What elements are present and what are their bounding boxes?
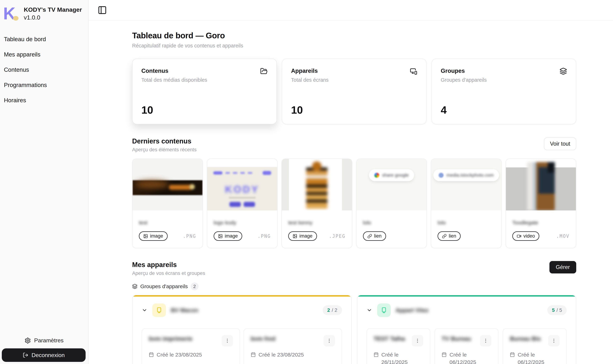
type-badge: lien — [363, 231, 386, 241]
video-icon — [517, 234, 521, 238]
device-menu-button[interactable] — [222, 335, 233, 346]
group-name: Appart Vitez — [396, 307, 429, 313]
monitor-icon — [377, 303, 391, 317]
sidebar-item-mes-appareils[interactable]: Mes appareils — [0, 47, 88, 62]
media-title: lolo — [363, 220, 420, 226]
device-card[interactable]: bvm imprimerie Créé le 23/08/2025 — [142, 328, 240, 364]
media-title: test kenny — [288, 220, 346, 226]
app-root: K KODY's TV Manager v1.0.0 Tableau de bo… — [0, 0, 613, 364]
stat-card-appareils[interactable]: Appareils Total des écrans 10 — [282, 59, 427, 124]
monitor-icon — [152, 303, 166, 317]
device-menu-button[interactable] — [412, 335, 423, 346]
devices-subtitle: Aperçu de vos écrans et groupes — [132, 271, 205, 276]
main-area: Tableau de bord — Goro Récapitulatif rap… — [89, 0, 613, 364]
stat-value: 4 — [441, 104, 567, 116]
device-card[interactable]: Bureau Bis Créé le 06/12/2025 — [503, 328, 567, 364]
media-card[interactable]: KODY logo kody image — [207, 158, 278, 248]
stats-row: Contenus Total des médias disponibles 10… — [132, 59, 576, 124]
calendar-icon — [149, 352, 154, 357]
folder-open-icon — [260, 67, 268, 75]
layers-icon — [132, 284, 137, 289]
devices-section: Mes appareils Aperçu de vos écrans et gr… — [132, 261, 576, 364]
stat-card-groupes[interactable]: Groupes Groupes d'appareils 4 — [431, 59, 576, 124]
device-created: Créé le 26/11/2025 — [381, 351, 423, 364]
media-title: Toodlegate — [512, 220, 570, 226]
calendar-icon — [251, 352, 256, 357]
image-icon — [218, 234, 223, 238]
groups-label: Groupes d'appareils — [140, 283, 188, 289]
device-created: Créé le 06/12/2025 — [518, 351, 560, 364]
sidebar-toggle-button[interactable] — [97, 4, 108, 16]
logout-icon — [23, 352, 28, 358]
media-thumbnail: share google — [357, 159, 427, 210]
device-created: Créé le 23/08/2025 — [157, 351, 202, 359]
file-extension: .PNG — [183, 234, 196, 239]
media-thumbnail — [282, 159, 352, 210]
device-card[interactable]: TEST Talha Créé le 26/11/2025 — [366, 328, 430, 364]
logout-button[interactable]: Deconnexion — [2, 348, 86, 362]
media-thumbnail — [506, 159, 576, 210]
device-created: Créé le 06/12/2025 — [449, 351, 491, 364]
app-title: KODY's TV Manager — [24, 6, 82, 13]
sidebar-item-tableau-de-bord[interactable]: Tableau de bord — [0, 32, 88, 47]
app-version: v1.0.0 — [24, 13, 82, 21]
type-badge: lien — [438, 231, 461, 241]
image-icon — [143, 234, 148, 238]
stat-subtitle: Total des médias disponibles — [141, 77, 268, 83]
device-name: bvm fred — [251, 335, 275, 343]
device-card[interactable]: TV Bureau Créé le 06/12/2025 — [434, 328, 498, 364]
media-card[interactable]: test kenny image .JPEG — [281, 158, 352, 248]
media-title: lolo — [438, 220, 495, 226]
type-badge: image — [139, 231, 168, 241]
link-icon — [442, 234, 447, 238]
group-name: BV Macon — [171, 307, 198, 313]
recent-section: Derniers contenus Aperçu des éléments ré… — [132, 137, 576, 248]
device-menu-button[interactable] — [480, 335, 491, 346]
media-card[interactable]: Toodlegate video .MOV — [506, 158, 576, 248]
stat-title: Appareils — [291, 67, 318, 74]
monitor-smartphone-icon — [410, 67, 417, 75]
settings-label: Paramètres — [34, 337, 63, 344]
groups-count-badge: 2 — [191, 283, 198, 290]
panel-left-icon — [98, 5, 107, 15]
media-card[interactable]: share google lolo lien — [356, 158, 427, 248]
stat-subtitle: Total des écrans — [291, 77, 417, 83]
device-group-panel: BV Macon 2 / 2 bvm imprimerie — [132, 295, 352, 364]
image-icon — [293, 234, 297, 238]
device-group-panel: Appart Vitez 5 / 5 TEST Talha — [357, 295, 576, 364]
sidebar-item-horaires[interactable]: Horaires — [0, 93, 88, 108]
type-badge: image — [214, 231, 242, 241]
dashboard-content: Tableau de bord — Goro Récapitulatif rap… — [89, 20, 613, 364]
recent-subtitle: Aperçu des éléments récents — [132, 147, 196, 153]
stat-card-contenus[interactable]: Contenus Total des médias disponibles 10 — [132, 59, 277, 124]
device-menu-button[interactable] — [324, 335, 335, 346]
ellipsis-vertical-icon — [326, 338, 332, 343]
recent-grid: test image .PNG — [132, 158, 576, 248]
media-card[interactable]: media.istockphoto.com lolo lien — [431, 158, 502, 248]
sidebar-item-contenus[interactable]: Contenus — [0, 62, 88, 78]
media-card[interactable]: test image .PNG — [132, 158, 203, 248]
chevron-down-icon[interactable] — [142, 307, 147, 313]
calendar-icon — [510, 352, 515, 357]
type-badge: video — [512, 231, 539, 241]
chevron-down-icon[interactable] — [366, 307, 372, 313]
manage-button[interactable]: Gérer — [549, 261, 576, 273]
recent-title: Derniers contenus — [132, 137, 196, 145]
view-all-button[interactable]: Voir tout — [544, 137, 576, 150]
device-card[interactable]: bvm fred Créé le 23/08/2025 — [244, 328, 342, 364]
favicon — [439, 173, 443, 178]
device-menu-button[interactable] — [548, 335, 560, 346]
ellipsis-vertical-icon — [415, 338, 420, 343]
device-name: TV Bureau — [442, 335, 471, 343]
sidebar: K KODY's TV Manager v1.0.0 Tableau de bo… — [0, 0, 89, 364]
kody-logo-icon: K — [3, 5, 20, 22]
settings-button[interactable]: Paramètres — [0, 334, 88, 348]
ellipsis-vertical-icon — [225, 338, 230, 343]
media-thumbnail — [132, 159, 203, 210]
sidebar-item-programmations[interactable]: Programmations — [0, 78, 88, 93]
device-name: bvm imprimerie — [149, 335, 193, 343]
link-preview-pill: share google — [369, 169, 414, 181]
app-logo-row: K KODY's TV Manager v1.0.0 — [0, 0, 88, 24]
device-name: Bureau Bis — [510, 335, 541, 343]
media-title: logo kody — [214, 220, 271, 226]
